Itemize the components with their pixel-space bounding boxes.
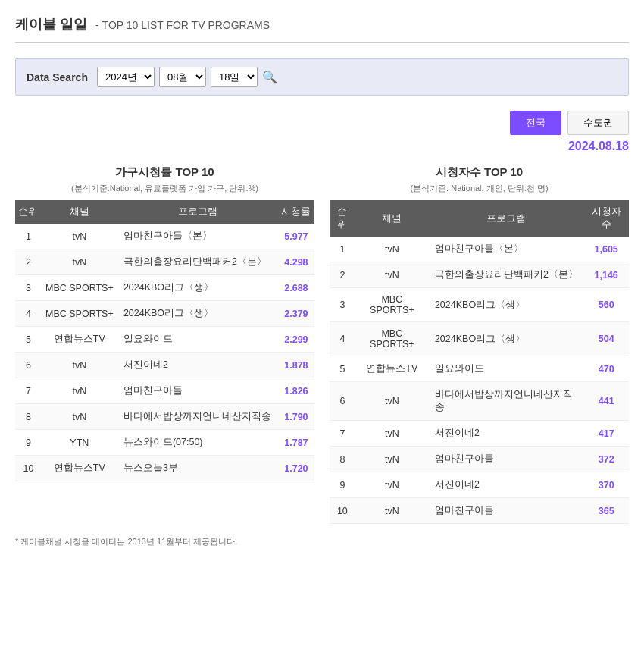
program-cell: 엄마친구아들 xyxy=(117,378,278,404)
household-table: 순위 채널 프로그램 시청률 1 tvN 엄마친구아들〈본〉 5.977 2 t… xyxy=(15,200,314,481)
channel-cell: tvN xyxy=(355,472,429,498)
year-select[interactable]: 2024년 xyxy=(97,67,155,87)
search-bar: Data Search 2024년 08월 18일 🔍 xyxy=(15,58,629,96)
day-select[interactable]: 18일 xyxy=(211,67,258,87)
table-row: 9 YTN 뉴스와이드(07:50) 1.787 xyxy=(15,430,314,456)
program-cell: 엄마친구아들〈본〉 xyxy=(429,237,583,262)
viewers-cell: 560 xyxy=(583,288,629,322)
rank-cell: 1 xyxy=(330,237,355,262)
table-row: 2 tvN 극한의출장요리단백패커2〈본〉 4.298 xyxy=(15,249,314,275)
page-title: 케이블 일일 - TOP 10 LIST FOR TV PROGRAMS xyxy=(15,15,629,43)
rank-cell: 2 xyxy=(15,249,42,275)
program-cell: 서진이네2 xyxy=(429,421,583,447)
rating-cell: 1.878 xyxy=(278,353,314,378)
rank-cell: 6 xyxy=(15,353,42,378)
rank-cell: 7 xyxy=(330,421,355,447)
channel-cell: 연합뉴스TV xyxy=(42,456,117,481)
rank-cell: 7 xyxy=(15,378,42,404)
rating-cell: 1.790 xyxy=(278,404,314,430)
rank-cell: 5 xyxy=(330,356,355,382)
rank-cell: 2 xyxy=(330,262,355,288)
rank-cell: 8 xyxy=(15,404,42,430)
program-cell: 서진이네2 xyxy=(117,353,278,378)
col-viewers-v: 시청자수 xyxy=(583,200,629,237)
channel-cell: tvN xyxy=(355,382,429,421)
household-table-title: 가구시청률 TOP 10 xyxy=(15,165,314,180)
table-row: 4 MBC SPORTS+ 2024KBO리그〈생〉 2.379 xyxy=(15,301,314,327)
col-rank-h: 순위 xyxy=(15,200,42,224)
search-input[interactable] xyxy=(285,71,617,83)
rating-cell: 2.379 xyxy=(278,301,314,327)
viewers-cell: 417 xyxy=(583,421,629,447)
footer-note: * 케이블채널 시청을 데이터는 2013년 11월부터 제공됩니다. xyxy=(15,536,629,547)
viewers-cell: 470 xyxy=(583,356,629,382)
rank-cell: 3 xyxy=(15,275,42,301)
rank-cell: 4 xyxy=(330,322,355,356)
table-row: 2 tvN 극한의출장요리단백패커2〈본〉 1,146 xyxy=(330,262,629,288)
program-cell: 서진이네2 xyxy=(429,472,583,498)
tables-wrapper: 가구시청률 TOP 10 (분석기준:National, 유료플랫폼 가입 가구… xyxy=(15,165,629,524)
table-row: 10 tvN 엄마친구아들 365 xyxy=(330,498,629,524)
col-program-h: 프로그램 xyxy=(117,200,278,224)
program-cell: 극한의출장요리단백패커2〈본〉 xyxy=(429,262,583,288)
table-row: 9 tvN 서진이네2 370 xyxy=(330,472,629,498)
table-row: 6 tvN 바다에서밥상까지언니네산지직송 441 xyxy=(330,382,629,421)
channel-cell: MBC SPORTS+ xyxy=(42,275,117,301)
table-row: 6 tvN 서진이네2 1.878 xyxy=(15,353,314,378)
channel-cell: MBC SPORTS+ xyxy=(355,288,429,322)
rating-cell: 5.977 xyxy=(278,224,314,249)
program-cell: 엄마친구아들〈본〉 xyxy=(117,224,278,249)
table-row: 3 MBC SPORTS+ 2024KBO리그〈생〉 2.688 xyxy=(15,275,314,301)
region-metro-button[interactable]: 수도권 xyxy=(567,111,629,135)
table-row: 5 연합뉴스TV 일요와이드 2.299 xyxy=(15,327,314,353)
viewer-table-subtitle: (분석기준: National, 개인, 단위:천 명) xyxy=(330,183,629,194)
channel-cell: 연합뉴스TV xyxy=(42,327,117,353)
program-cell: 일요와이드 xyxy=(429,356,583,382)
viewers-cell: 365 xyxy=(583,498,629,524)
rank-cell: 1 xyxy=(15,224,42,249)
title-main: 케이블 일일 xyxy=(15,17,87,32)
rank-cell: 4 xyxy=(15,301,42,327)
channel-cell: YTN xyxy=(42,430,117,456)
rank-cell: 3 xyxy=(330,288,355,322)
channel-cell: 연합뉴스TV xyxy=(355,356,429,382)
rating-cell: 2.299 xyxy=(278,327,314,353)
table-row: 1 tvN 엄마친구아들〈본〉 1,605 xyxy=(330,237,629,262)
channel-cell: tvN xyxy=(42,249,117,275)
col-channel-v: 채널 xyxy=(355,200,429,237)
month-select[interactable]: 08월 xyxy=(159,67,206,87)
program-cell: 엄마친구아들 xyxy=(429,447,583,472)
viewers-cell: 504 xyxy=(583,322,629,356)
rank-cell: 10 xyxy=(330,498,355,524)
channel-cell: tvN xyxy=(355,421,429,447)
channel-cell: tvN xyxy=(42,378,117,404)
rank-cell: 8 xyxy=(330,447,355,472)
viewer-table-title: 시청자수 TOP 10 xyxy=(330,165,629,180)
channel-cell: tvN xyxy=(42,353,117,378)
rating-cell: 1.826 xyxy=(278,378,314,404)
search-button[interactable]: 🔍 xyxy=(262,70,277,84)
program-cell: 2024KBO리그〈생〉 xyxy=(117,275,278,301)
rating-cell: 4.298 xyxy=(278,249,314,275)
viewers-cell: 372 xyxy=(583,447,629,472)
table-row: 7 tvN 엄마친구아들 1.826 xyxy=(15,378,314,404)
table-row: 1 tvN 엄마친구아들〈본〉 5.977 xyxy=(15,224,314,249)
viewers-cell: 441 xyxy=(583,382,629,421)
channel-cell: tvN xyxy=(42,224,117,249)
household-table-subtitle: (분석기준:National, 유료플랫폼 가입 가구, 단위:%) xyxy=(15,183,314,194)
rating-cell: 1.720 xyxy=(278,456,314,481)
table-row: 5 연합뉴스TV 일요와이드 470 xyxy=(330,356,629,382)
table-row: 10 연합뉴스TV 뉴스오늘3부 1.720 xyxy=(15,456,314,481)
table-row: 4 MBC SPORTS+ 2024KBO리그〈생〉 504 xyxy=(330,322,629,356)
program-cell: 2024KBO리그〈생〉 xyxy=(429,288,583,322)
channel-cell: MBC SPORTS+ xyxy=(355,322,429,356)
rank-cell: 9 xyxy=(15,430,42,456)
region-nationwide-button[interactable]: 전국 xyxy=(510,111,561,135)
col-rank-v: 순위 xyxy=(330,200,355,237)
channel-cell: tvN xyxy=(42,404,117,430)
date-display: 2024.08.18 xyxy=(15,140,629,153)
household-table-section: 가구시청률 TOP 10 (분석기준:National, 유료플랫폼 가입 가구… xyxy=(15,165,314,524)
viewers-cell: 1,605 xyxy=(583,237,629,262)
rating-cell: 1.787 xyxy=(278,430,314,456)
program-cell: 바다에서밥상까지언니네산지직송 xyxy=(117,404,278,430)
